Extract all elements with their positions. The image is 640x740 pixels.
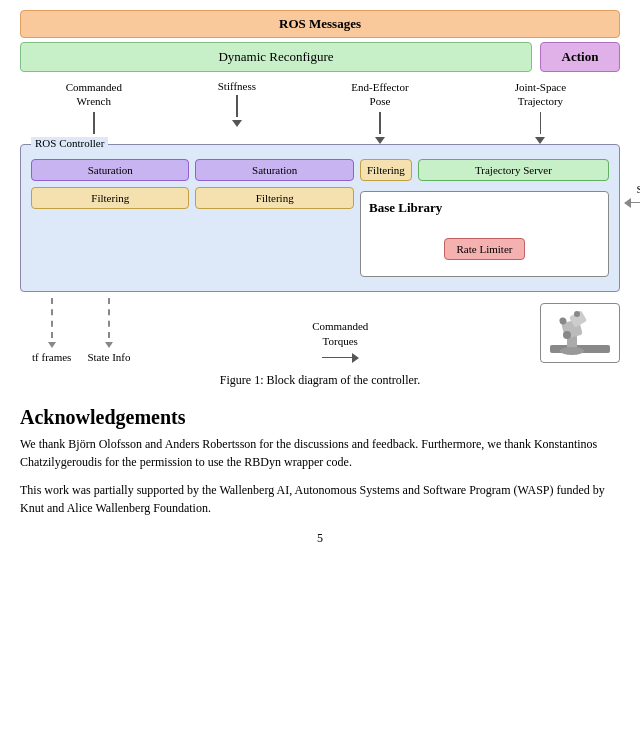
joint-space-trajectory-label: Joint-SpaceTrajectory [515, 80, 566, 109]
saturation-box-1: Saturation [31, 159, 189, 181]
filtering-box-1: Filtering [31, 187, 189, 209]
svg-point-6 [574, 311, 580, 317]
trajectory-server-box: Trajectory Server [418, 159, 609, 181]
ros-controller-label: ROS Controller [31, 137, 108, 149]
acknowledgements-paragraph2: This work was partially supported by the… [20, 481, 620, 517]
robot-diagram-box [540, 303, 620, 363]
saturation-box-2: Saturation [195, 159, 353, 181]
acknowledgements-paragraph1: We thank Björn Olofsson and Anders Rober… [20, 435, 620, 471]
page-number: 5 [20, 531, 620, 546]
tf-frames-label: tf frames [32, 351, 71, 363]
state-label: State [637, 183, 641, 195]
base-library-title: Base Library [369, 200, 600, 216]
action-box: Action [540, 42, 620, 72]
rate-limiter-box: Rate Limiter [444, 238, 526, 260]
base-library-box: Base Library Rate Limiter [360, 191, 609, 277]
filtering-box-3: Filtering [360, 159, 412, 181]
stiffness-label: Stiffness [218, 80, 256, 92]
filtering-box-2: Filtering [195, 187, 353, 209]
ros-messages-bar: ROS Messages [20, 10, 620, 38]
dynamic-reconfigure-box: Dynamic Reconfigure [20, 42, 532, 72]
svg-point-7 [560, 347, 584, 355]
svg-point-4 [563, 331, 571, 339]
figure-caption: Figure 1: Block diagram of the controlle… [20, 373, 620, 388]
acknowledgements-title: Acknowledgements [20, 406, 620, 429]
commanded-torques-label: CommandedTorques [312, 319, 368, 350]
state-info-label: State Info [87, 351, 130, 363]
commanded-wrench-label: CommandedWrench [66, 80, 122, 109]
end-effector-pose-label: End-EffectorPose [351, 80, 408, 109]
